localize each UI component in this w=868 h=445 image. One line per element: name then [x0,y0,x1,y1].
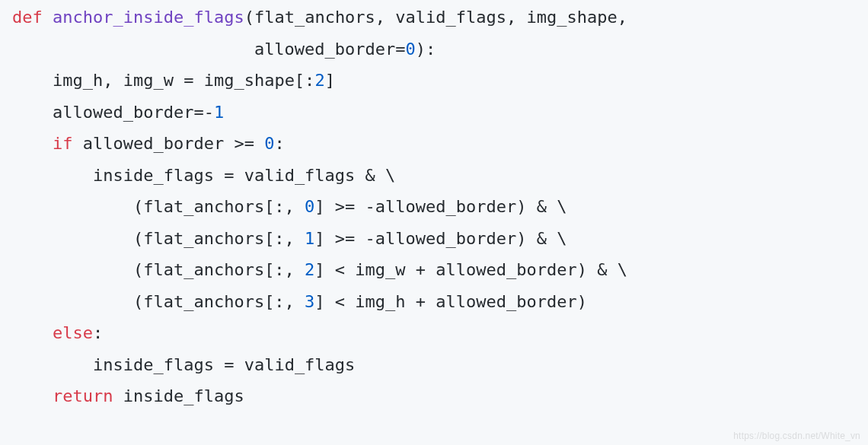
code-token: < [335,260,345,279]
code-token: ] [314,229,335,248]
code-token: ] [314,260,335,279]
watermark-text: https://blog.csdn.net/White_vn [733,431,860,440]
code-token: 0 [264,134,274,153]
code-token: valid_flags [234,166,365,185]
code-token: + [416,292,426,311]
code-token: allowed_border) [426,260,597,279]
code-token: ] [314,292,335,311]
code-token: & [537,229,547,248]
code-token: img_w [345,260,416,279]
code-token: img_h [345,292,416,311]
code-token: = [224,166,234,185]
code-token: & [597,260,607,279]
code-token: inside_flags [113,386,244,405]
code-token: - [365,197,375,216]
code-token: 1 [305,229,314,248]
code-token: ] [314,197,335,216]
code-token: return [53,386,113,405]
code-token: 0 [406,40,416,59]
code-token [254,134,264,153]
code-token: = [183,71,193,90]
code-token: & [537,197,547,216]
code-token: allowed_border) [375,197,537,216]
code-token: def [12,8,43,27]
code-token [355,197,365,216]
code-token: < [335,292,345,311]
code-token [43,8,53,27]
code-token: + [416,260,426,279]
code-token: >= [335,197,356,216]
code-token: - [365,229,375,248]
code-token: allowed_border) [375,229,537,248]
code-token: if [53,134,73,153]
code-token: >= [234,134,254,153]
code-token [355,229,365,248]
code-token [12,134,53,153]
code-token: >= [335,229,356,248]
code-token: 3 [305,292,314,311]
code-token: & [365,166,375,185]
code-token: = [395,40,405,59]
code-token: anchor_inside_flags [53,8,244,27]
code-token: 1 [214,103,224,122]
code-token: img_shape[: [193,71,314,90]
code-token: = [224,355,234,374]
code-token: 0 [305,197,314,216]
code-token: 2 [305,260,314,279]
code-token: else [53,323,93,342]
code-token: allowed_border [72,134,234,153]
code-token: =- [193,103,214,122]
code-block: def anchor_inside_flags(flat_anchors, va… [0,0,868,412]
code-token: 2 [314,71,324,90]
